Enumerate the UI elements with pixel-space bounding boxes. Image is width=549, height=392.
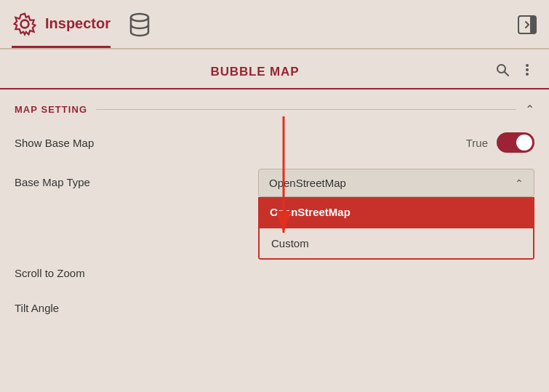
svg-point-7 — [526, 68, 529, 71]
show-base-map-value: True — [466, 137, 488, 149]
show-base-map-row: Show Base Map True — [15, 125, 534, 160]
page-title: BUBBLE MAP — [15, 65, 495, 79]
svg-point-8 — [526, 73, 529, 76]
more-vertical-icon[interactable] — [520, 63, 534, 81]
section-title: MAP SETTING — [15, 104, 87, 115]
base-map-type-row: Base Map Type OpenStreetMap ⌃ OpenStreet… — [15, 160, 534, 204]
show-base-map-controls: True — [466, 132, 534, 153]
gear-icon — [12, 11, 38, 37]
section-divider — [96, 109, 516, 110]
section-collapse-icon[interactable]: ⌃ — [525, 103, 534, 116]
title-icons — [495, 63, 534, 81]
map-setting-section: MAP SETTING ⌃ — [0, 89, 549, 125]
svg-point-6 — [526, 64, 529, 67]
dropdown-trigger[interactable]: OpenStreetMap ⌃ — [258, 169, 534, 197]
tilt-angle-row: Tilt Angle — [15, 290, 534, 325]
title-row: BUBBLE MAP — [0, 49, 549, 89]
tilt-angle-label: Tilt Angle — [15, 302, 138, 314]
svg-rect-3 — [530, 16, 536, 33]
dropdown-menu: OpenStreetMap Custom — [258, 197, 534, 260]
header: Inspector — [0, 0, 549, 48]
dropdown-option-custom[interactable]: Custom — [258, 227, 534, 260]
svg-line-5 — [505, 72, 509, 76]
dropdown-selected-value: OpenStreetMap — [269, 177, 346, 189]
inspector-tab-label: Inspector — [45, 15, 111, 32]
svg-point-0 — [21, 20, 29, 28]
dropdown-chevron-icon: ⌃ — [515, 177, 524, 189]
search-icon[interactable] — [495, 63, 510, 81]
base-map-type-dropdown[interactable]: OpenStreetMap ⌃ OpenStreetMap Custom — [258, 169, 534, 197]
main-content: BUBBLE MAP MAP SETTING ⌃ Show Base — [0, 49, 549, 325]
dropdown-option-openstreetmap[interactable]: OpenStreetMap — [258, 197, 534, 227]
show-base-map-toggle[interactable] — [497, 132, 534, 153]
svg-point-1 — [131, 14, 148, 21]
inspector-tab[interactable]: Inspector — [12, 11, 111, 48]
scroll-to-zoom-label: Scroll to Zoom — [15, 267, 138, 279]
scroll-to-zoom-row: Scroll to Zoom — [15, 255, 534, 290]
panel-toggle-icon[interactable] — [517, 15, 537, 35]
database-icon[interactable] — [125, 10, 154, 39]
base-map-type-label: Base Map Type — [15, 169, 138, 188]
show-base-map-label: Show Base Map — [15, 137, 138, 149]
